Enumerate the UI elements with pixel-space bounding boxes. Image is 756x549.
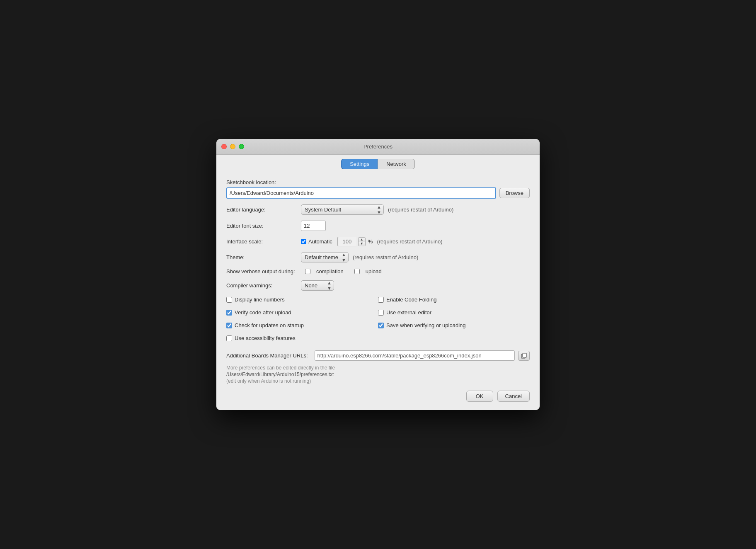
automatic-checkbox[interactable] bbox=[301, 239, 306, 244]
compiler-warnings-select-wrapper: None Default More All ▲▼ bbox=[301, 280, 334, 291]
ok-button[interactable]: OK bbox=[466, 391, 493, 402]
checkboxes-left: Display line numbers Verify code after u… bbox=[226, 296, 378, 345]
checkboxes-grid: Display line numbers Verify code after u… bbox=[226, 296, 530, 345]
sketchbook-input[interactable] bbox=[226, 187, 496, 199]
sketchbook-row: Sketchbook location: Browse bbox=[226, 179, 530, 199]
compilation-checkbox[interactable] bbox=[305, 269, 310, 274]
scale-down-button[interactable]: ▼ bbox=[359, 242, 365, 246]
tabs-bar: Settings Network bbox=[216, 155, 540, 172]
upload-checkbox[interactable] bbox=[354, 269, 360, 274]
maximize-button[interactable] bbox=[239, 144, 244, 149]
save-verifying-checkbox[interactable] bbox=[378, 323, 384, 328]
verbose-label: Show verbose output during: bbox=[226, 268, 301, 274]
display-line-numbers-label: Display line numbers bbox=[235, 296, 285, 303]
code-folding-checkbox[interactable] bbox=[378, 297, 384, 303]
titlebar: Preferences bbox=[216, 139, 540, 155]
sketchbook-label: Sketchbook location: bbox=[226, 179, 530, 185]
footer-notes: More preferences can be edited directly … bbox=[226, 365, 530, 384]
theme-hint: (requires restart of Arduino) bbox=[353, 254, 418, 260]
scale-up-button[interactable]: ▲ bbox=[359, 238, 365, 242]
editor-language-select[interactable]: System Default English Spanish French bbox=[301, 204, 384, 215]
save-verifying-row: Save when verifying or uploading bbox=[378, 322, 530, 328]
save-verifying-label: Save when verifying or uploading bbox=[386, 322, 466, 328]
scale-spinner[interactable]: ▲ ▼ bbox=[358, 237, 366, 246]
code-folding-row: Enable Code Folding bbox=[378, 296, 530, 303]
preferences-window: Preferences Settings Network Sketchbook … bbox=[216, 139, 540, 410]
interface-scale-label: Interface scale: bbox=[226, 238, 301, 245]
theme-label: Theme: bbox=[226, 254, 301, 260]
browse-button[interactable]: Browse bbox=[499, 188, 530, 198]
window-title: Preferences bbox=[363, 143, 393, 150]
verify-code-label: Verify code after upload bbox=[235, 309, 291, 316]
code-folding-label: Enable Code Folding bbox=[386, 296, 436, 303]
copy-url-button[interactable] bbox=[518, 351, 530, 361]
editor-language-select-wrapper: System Default English Spanish French ▲▼ bbox=[301, 204, 384, 215]
additional-boards-row: Additional Boards Manager URLs: bbox=[226, 350, 530, 361]
editor-font-size-row: Editor font size: bbox=[226, 221, 530, 231]
accessibility-row: Use accessibility features bbox=[226, 335, 378, 341]
compiler-warnings-label: Compiler warnings: bbox=[226, 282, 301, 289]
verify-code-row: Verify code after upload bbox=[226, 309, 378, 316]
compiler-warnings-select[interactable]: None Default More All bbox=[301, 280, 334, 291]
editor-language-hint: (requires restart of Arduino) bbox=[388, 206, 453, 213]
window-controls bbox=[221, 144, 244, 149]
scale-value-input[interactable] bbox=[337, 237, 356, 246]
upload-label: upload bbox=[366, 268, 382, 274]
check-updates-row: Check for updates on startup bbox=[226, 322, 378, 328]
theme-row: Theme: Default theme Light theme Dark th… bbox=[226, 252, 530, 262]
close-button[interactable] bbox=[221, 144, 227, 149]
accessibility-label: Use accessibility features bbox=[235, 335, 296, 341]
buttons-row: OK Cancel bbox=[226, 391, 530, 402]
display-line-numbers-row: Display line numbers bbox=[226, 296, 378, 303]
settings-content: Sketchbook location: Browse Editor langu… bbox=[216, 172, 540, 410]
additional-boards-input[interactable] bbox=[315, 350, 515, 361]
svg-rect-1 bbox=[523, 353, 526, 357]
footer-edit-note: (edit only when Arduino is not running) bbox=[226, 378, 530, 384]
editor-font-size-label: Editor font size: bbox=[226, 223, 301, 229]
verbose-checks: compilation upload bbox=[305, 268, 382, 274]
compiler-warnings-row: Compiler warnings: None Default More All… bbox=[226, 280, 530, 291]
check-updates-label: Check for updates on startup bbox=[235, 322, 304, 328]
editor-language-label: Editor language: bbox=[226, 206, 301, 213]
external-editor-row: Use external editor bbox=[378, 309, 530, 316]
editor-language-row: Editor language: System Default English … bbox=[226, 204, 530, 215]
display-line-numbers-checkbox[interactable] bbox=[226, 297, 232, 303]
interface-scale-hint: (requires restart of Arduino) bbox=[377, 238, 442, 245]
footer-note: More preferences can be edited directly … bbox=[226, 365, 530, 371]
editor-font-size-input[interactable] bbox=[301, 221, 326, 231]
checkboxes-right: Enable Code Folding Use external editor … bbox=[378, 296, 530, 345]
theme-select-wrapper: Default theme Light theme Dark theme ▲▼ bbox=[301, 252, 349, 262]
cancel-button[interactable]: Cancel bbox=[497, 391, 530, 402]
minimize-button[interactable] bbox=[230, 144, 235, 149]
copy-icon bbox=[521, 353, 527, 359]
accessibility-checkbox[interactable] bbox=[226, 335, 232, 341]
interface-scale-row: Interface scale: Automatic ▲ ▼ % (requir… bbox=[226, 237, 530, 246]
tab-settings[interactable]: Settings bbox=[341, 159, 378, 169]
check-updates-checkbox[interactable] bbox=[226, 323, 232, 328]
verbose-output-row: Show verbose output during: compilation … bbox=[226, 268, 530, 274]
tab-network[interactable]: Network bbox=[378, 159, 415, 169]
additional-boards-label: Additional Boards Manager URLs: bbox=[226, 352, 308, 359]
footer-path: /Users/Edward/Library/Arduino15/preferen… bbox=[226, 372, 530, 377]
verify-code-checkbox[interactable] bbox=[226, 310, 232, 316]
external-editor-label: Use external editor bbox=[386, 309, 431, 316]
theme-select[interactable]: Default theme Light theme Dark theme bbox=[301, 252, 349, 262]
sketchbook-input-row: Browse bbox=[226, 187, 530, 199]
automatic-label: Automatic bbox=[308, 238, 332, 245]
external-editor-checkbox[interactable] bbox=[378, 310, 384, 316]
scale-input-group: ▲ ▼ % bbox=[337, 237, 373, 246]
scale-unit: % bbox=[368, 238, 373, 245]
compilation-label: compilation bbox=[316, 268, 344, 274]
